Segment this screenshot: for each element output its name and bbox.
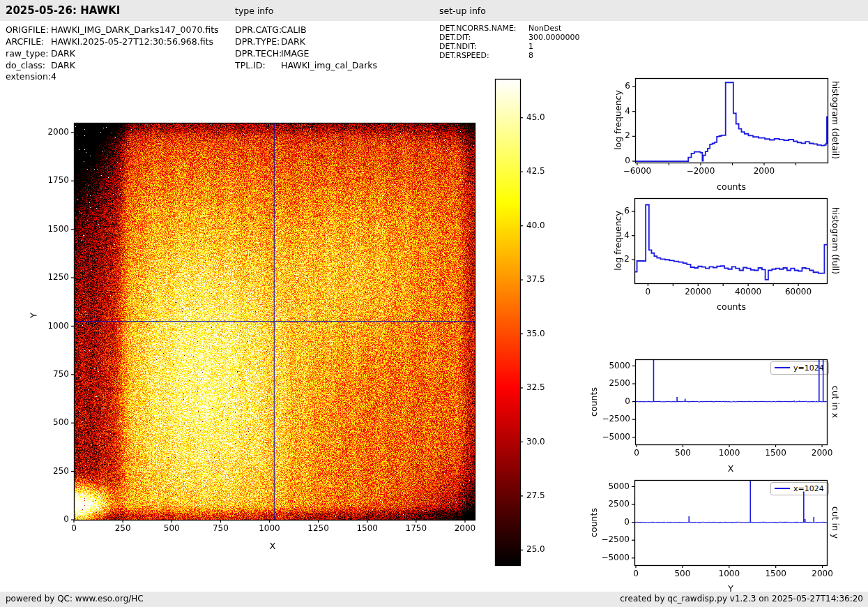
- main-image-canvas: [74, 123, 475, 520]
- page-title: 2025-05-26: HAWKI: [6, 4, 120, 17]
- info-label: DET.DIT:: [439, 33, 471, 42]
- info-value: DARK: [51, 60, 75, 70]
- info-label: DPR.CATG:: [235, 24, 282, 35]
- info-label: do_class:: [6, 60, 45, 70]
- main-plot-ylabel: Y: [29, 313, 39, 318]
- header-bar: [0, 0, 868, 21]
- info-value: 1: [528, 42, 533, 51]
- hist-full-xlabel: counts: [717, 301, 746, 312]
- cut-y-ylabel: counts: [588, 508, 599, 537]
- info-value: DARK: [51, 48, 75, 59]
- cut-x-ylabel: counts: [588, 387, 599, 417]
- info-label: DET.NCORRS.NAME:: [439, 24, 517, 33]
- cut-x-right-label: cut in x: [830, 386, 841, 418]
- info-value: DARK: [281, 36, 305, 47]
- section-title-type-info: type info: [235, 6, 273, 16]
- info-value: IMAGE: [281, 48, 309, 59]
- cut-y-legend: x=1024: [770, 482, 829, 495]
- hist-full-ylabel: log frequency: [613, 211, 623, 271]
- legend-line-sample: [775, 488, 790, 489]
- cut-x-legend: y=1024: [770, 361, 829, 375]
- info-value: HAWKI_img_cal_Darks: [281, 60, 377, 70]
- hist-detail-xlabel: counts: [717, 181, 746, 192]
- info-label: DET.NDIT:: [439, 42, 477, 51]
- info-label: raw_type:: [6, 48, 48, 59]
- info-value: 300.0000000: [528, 33, 579, 42]
- cut-y-right-label: cut in y: [830, 507, 841, 539]
- legend-label: x=1024: [793, 484, 824, 493]
- info-value: HAWKI.2025-05-27T12:30:56.968.fits: [51, 36, 213, 47]
- info-value: 4: [51, 71, 56, 82]
- hist-detail-ylabel: log frequency: [613, 90, 623, 150]
- cut-y-xlabel: Y: [728, 583, 733, 594]
- legend-label: y=1024: [793, 364, 824, 373]
- info-value: HAWKI_IMG_DARK_Darks147_0070.fits: [51, 24, 219, 35]
- info-label: ARCFILE:: [6, 36, 44, 47]
- cut-x-xlabel: X: [728, 463, 734, 474]
- section-title-setup-info: set-up info: [439, 6, 486, 16]
- footer-right-text: created by qc_rawdisp.py v1.2.3 on 2025-…: [620, 594, 863, 604]
- info-label: DPR.TECH:: [235, 48, 282, 59]
- info-label: DPR.TYPE:: [235, 36, 280, 47]
- info-label: ORIGFILE:: [6, 24, 49, 35]
- hist-full-right-label: histogram (full): [830, 207, 841, 274]
- info-label: TPL.ID:: [235, 60, 266, 70]
- main-plot-xlabel: X: [270, 541, 276, 551]
- qc-report-page: 2025-05-26: HAWKI type info set-up info …: [0, 0, 868, 607]
- hist-detail-right-label: histogram (detail): [830, 81, 841, 159]
- info-value: NonDest: [528, 24, 561, 33]
- info-value: CALIB: [281, 24, 307, 35]
- footer-left-text: powered by QC: www.eso.org/HC: [6, 594, 144, 604]
- info-label: DET.RSPEED:: [439, 51, 489, 60]
- info-value: 8: [528, 51, 533, 60]
- legend-line-sample: [775, 367, 790, 368]
- info-label: extension:: [6, 71, 51, 82]
